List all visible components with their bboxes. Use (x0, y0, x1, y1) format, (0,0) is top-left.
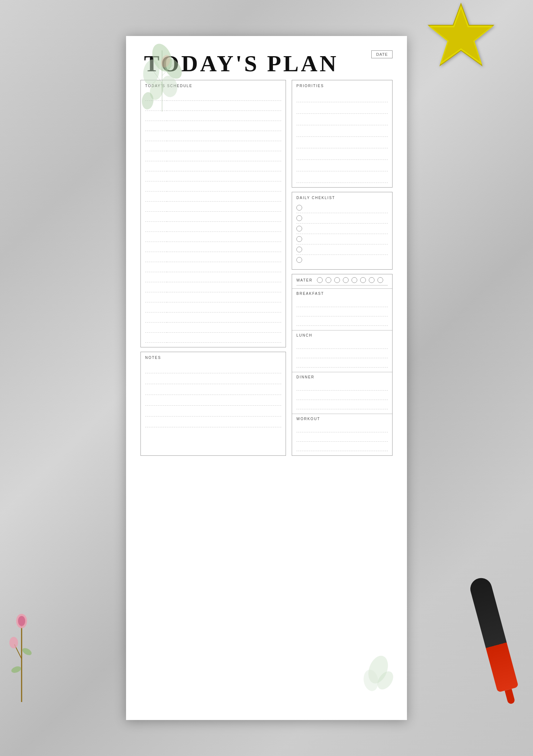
leaf-decor-bottom-right (349, 644, 403, 698)
schedule-content (167, 252, 281, 262)
meal-line (296, 432, 388, 442)
time-slot (145, 333, 167, 343)
water-circle-6[interactable] (360, 277, 366, 283)
time-slot (145, 181, 167, 192)
meal-line (296, 298, 388, 307)
water-circle-2[interactable] (326, 277, 331, 283)
water-row: WATER (296, 277, 388, 285)
svg-point-5 (18, 616, 25, 626)
lunch-lines (296, 339, 388, 368)
checklist-item (296, 244, 388, 255)
priorities-lines (296, 91, 388, 183)
checklist-line (306, 249, 388, 250)
checklist-line (306, 239, 388, 239)
time-slot (145, 212, 167, 222)
left-column: TODAY'S SCHEDULE (140, 80, 286, 456)
time-slot (145, 202, 167, 212)
schedule-content (167, 141, 281, 151)
lunch-label: LUNCH (296, 333, 388, 337)
schedule-content (167, 242, 281, 252)
breakfast-label: BREAKFAST (296, 292, 388, 296)
dinner-label: DINNER (296, 375, 388, 379)
checklist-line (306, 208, 388, 208)
breakfast-lines (296, 298, 388, 326)
schedule-content (167, 171, 281, 181)
notes-line (145, 384, 281, 395)
workout-label: WORKOUT (296, 417, 388, 421)
checklist-item (296, 213, 388, 224)
time-slot (145, 232, 167, 242)
checklist-section: DAILY CHEKLIST (292, 192, 393, 270)
priorities-title: PRIORITIES (296, 84, 388, 88)
schedule-content (167, 333, 281, 343)
meal-line (296, 349, 388, 358)
time-slot (145, 161, 167, 171)
notes-line (145, 395, 281, 406)
schedule-content (167, 212, 281, 222)
meal-line (296, 358, 388, 368)
schedule-content (167, 323, 281, 333)
time-slot (145, 252, 167, 262)
time-slot (145, 111, 167, 121)
time-slot (145, 121, 167, 131)
marker-body (468, 576, 519, 693)
breakfast-section: BREAKFAST (292, 289, 392, 330)
marker-decoration (465, 575, 530, 721)
notes-line (145, 373, 281, 384)
checklist-circle[interactable] (296, 215, 302, 221)
time-slot (145, 262, 167, 272)
water-circle-3[interactable] (334, 277, 340, 283)
star-decoration (425, 0, 504, 79)
checklist-circle[interactable] (296, 205, 302, 211)
workout-lines (296, 423, 388, 451)
schedule-content (167, 91, 281, 101)
lunch-section: LUNCH (292, 330, 392, 372)
water-label: WATER (296, 278, 313, 282)
schedule-content (167, 292, 281, 302)
water-circle-4[interactable] (343, 277, 349, 283)
time-slot (145, 282, 167, 292)
dinner-section: DINNER (292, 372, 392, 414)
meal-line (296, 307, 388, 316)
priority-line (296, 160, 388, 171)
notes-section: NOTES (140, 352, 286, 456)
water-meals-section: WATER BREAKFAST (292, 274, 393, 456)
schedule-content (167, 312, 281, 323)
date-box: DATE (371, 50, 393, 58)
schedule-content (167, 121, 281, 131)
planner-page: DATE TODAY'S PLAN TODAY'S SCHEDULE (126, 36, 407, 720)
checklist-circle[interactable] (296, 247, 302, 252)
notes-line (145, 417, 281, 427)
schedule-content (167, 272, 281, 282)
meal-line (296, 316, 388, 326)
schedule-content (167, 192, 281, 202)
schedule-content (167, 232, 281, 242)
meal-line (296, 400, 388, 409)
svg-point-20 (362, 669, 380, 692)
meal-line (296, 391, 388, 400)
checklist-circle[interactable] (296, 257, 302, 263)
water-circle-5[interactable] (351, 277, 357, 283)
schedule-content (167, 101, 281, 111)
schedule-title: TODAY'S SCHEDULE (145, 84, 281, 88)
svg-point-6 (9, 637, 18, 648)
checklist-line (306, 260, 388, 260)
checklist-item (296, 255, 388, 265)
workout-section: WORKOUT (292, 414, 392, 455)
checklist-item (296, 224, 388, 234)
time-slot (145, 141, 167, 151)
water-circle-8[interactable] (377, 277, 383, 283)
time-slot (145, 302, 167, 312)
checklist-circle[interactable] (296, 226, 302, 231)
time-slot (145, 131, 167, 141)
water-circle-1[interactable] (317, 277, 323, 283)
right-column: PRIORITIES DAILY CHEKLIST (292, 80, 393, 456)
time-slot (145, 272, 167, 282)
schedule-content (167, 262, 281, 272)
schedule-content (167, 202, 281, 212)
water-circle-7[interactable] (369, 277, 375, 283)
priority-line (296, 137, 388, 148)
priority-line (296, 114, 388, 125)
checklist-circle[interactable] (296, 236, 302, 242)
notes-lines (145, 363, 281, 427)
